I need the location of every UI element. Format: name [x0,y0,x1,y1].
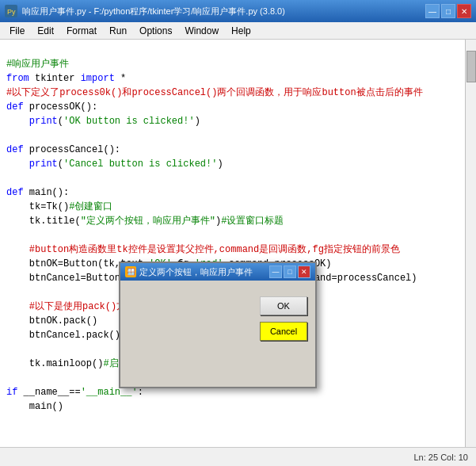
title-bar: Py 响应用户事件.py - F:/python程序/tkinter学习/响应用… [0,0,476,22]
dialog-close-button[interactable]: ✕ [298,265,310,278]
menu-run[interactable]: Run [103,22,133,39]
ok-button[interactable]: OK [260,296,307,315]
cancel-button[interactable]: Cancel [260,322,307,341]
window-controls: — □ ✕ [425,4,471,18]
dialog-icon: 🪟 [125,266,136,277]
minimize-button[interactable]: — [425,4,440,18]
dialog-body: OK Cancel [120,281,315,349]
maximize-button[interactable]: □ [441,4,455,18]
close-button[interactable]: ✕ [457,4,471,18]
vertical-scrollbar[interactable] [465,40,476,447]
menu-help[interactable]: Help [225,22,257,39]
menu-edit[interactable]: Edit [31,22,60,39]
menu-file[interactable]: File [3,22,31,39]
dialog-title: 定义两个按钮，响应用户事件 [139,266,253,278]
dialog-titlebar: 🪟 定义两个按钮，响应用户事件 — □ ✕ [120,263,315,281]
menu-bar: File Edit Format Run Options Window Help [0,22,476,40]
menu-format[interactable]: Format [60,22,103,39]
menu-window[interactable]: Window [178,22,225,39]
status-bar: Ln: 25 Col: 10 [0,447,476,466]
dialog-maximize-button[interactable]: □ [284,265,296,278]
dialog-controls: — □ ✕ [269,265,310,278]
menu-options[interactable]: Options [133,22,178,39]
editor-container: #响应用户事件 from tkinter import * #以下定义了proc… [0,40,476,447]
scrollbar-thumb[interactable] [466,51,476,82]
svg-text:Py: Py [7,8,16,16]
cursor-position: Ln: 25 Col: 10 [414,453,469,462]
dialog-window[interactable]: 🪟 定义两个按钮，响应用户事件 — □ ✕ OK Cancel [119,262,317,388]
app-icon: Py [5,5,17,17]
window-title: 响应用户事件.py - F:/python程序/tkinter学习/响应用户事件… [22,6,285,17]
dialog-minimize-button[interactable]: — [269,265,282,278]
